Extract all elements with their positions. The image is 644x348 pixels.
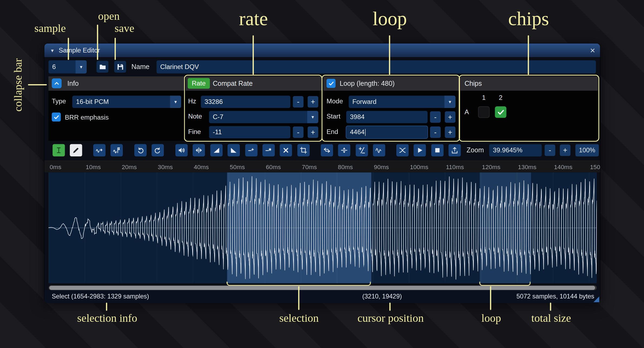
info-title: Info [67,80,79,87]
fine-plus-button[interactable]: + [308,126,318,138]
annotation-open: open [96,10,122,22]
timeline-label: 90ms [374,163,389,170]
annotation-line-selection-info [106,303,107,311]
rate-body: Hz 33286 - + Note C-7 ▼ Fine -11 - + [186,91,322,141]
invert-icon [341,147,348,154]
toolbar-trim-button[interactable] [297,144,310,157]
toolbar-select-tool-button[interactable] [53,144,65,157]
toolbar-invert-button[interactable] [338,144,351,157]
timeline-label: 70ms [302,163,317,170]
toolbar-amplify-button[interactable] [175,144,188,157]
note-label: Note [188,113,202,120]
annotation-collapse-bar: collapse bar [12,42,25,128]
chevron-down-icon: ▼ [76,60,87,74]
annotation-loop: loop [371,7,409,29]
fine-minus-button[interactable]: - [293,126,303,138]
hz-input[interactable]: 33286 [201,96,290,108]
waveform-canvas[interactable] [48,172,597,283]
chips-section: Chips 1 2 A [460,76,598,141]
loop-end-minus-button[interactable]: - [430,126,441,138]
save-button[interactable] [114,61,126,73]
toolbar-undo-button[interactable] [134,144,147,157]
check-icon [53,114,59,120]
annotation-line-open [97,25,98,60]
rate-header: Rate Compat Rate [186,76,322,91]
zoom-out-button[interactable]: - [545,145,555,156]
toolbar-resample-button[interactable] [111,144,123,157]
timeline-label: 60ms [266,163,281,170]
note-dropdown[interactable]: C-7 ▼ [209,111,318,123]
hz-plus-button[interactable]: + [308,96,318,107]
toolbar-sign-invert-button[interactable] [356,144,368,157]
resample-icon [113,147,120,154]
collapse-bar-button[interactable] [52,78,61,88]
selection-bracket [227,282,371,286]
fine-input[interactable]: -11 [209,126,290,139]
toolbar-preview-button[interactable] [414,144,426,157]
toolbar-reverse-button[interactable] [321,144,333,157]
toolbar-resize-button[interactable] [93,144,106,157]
brr-emphasis-checkbox[interactable] [52,113,61,122]
loop-title: Loop (length: 480) [340,80,395,87]
loop-mode-value: Forward [349,98,444,106]
rate-badge[interactable]: Rate [188,78,210,88]
timeline-label: 150ms [590,163,600,170]
toolbar-fade-in-button[interactable] [210,144,223,157]
annotation-loop-bottom: loop [479,312,503,325]
loop-checkbox[interactable] [326,79,335,88]
scrollbar-thumb[interactable] [49,286,595,290]
chip-1-checkbox[interactable] [478,106,489,118]
loop-end-plus-button[interactable]: + [445,126,455,138]
annotation-rate: rate [234,7,272,29]
close-icon[interactable]: × [590,45,595,55]
name-input[interactable]: Clarinet DQV [156,60,596,74]
loop-start-minus-button[interactable]: - [430,111,441,123]
loop-start-plus-button[interactable]: + [445,111,455,123]
zoom-reset-button[interactable]: 100% [576,144,599,157]
stop-preview-icon [434,147,441,154]
horizontal-scrollbar[interactable] [48,285,597,290]
chip-2-checkbox[interactable] [495,106,506,118]
loop-mode-dropdown[interactable]: Forward ▼ [349,96,455,108]
toolbar-crossfade-button[interactable] [396,144,409,157]
toolbar-stop-preview-button[interactable] [431,144,444,157]
annotation-line-loop [389,35,390,75]
hz-minus-button[interactable]: - [293,96,303,107]
toolbar-normalize-button[interactable] [193,144,205,157]
zoom-input[interactable]: 39.9645% [489,144,542,157]
stage: sample open save rate loop chips collaps… [0,0,644,348]
save-icon [116,63,124,70]
name-label: Name [132,63,150,71]
toolbar-redo-button[interactable] [152,144,164,157]
annotation-total-size: total size [527,312,576,325]
toolbar-create-instrument-button[interactable] [449,144,461,157]
redo-icon [154,147,162,154]
fine-label: Fine [188,128,201,135]
toolbar-fade-out-button[interactable] [228,144,240,157]
sample-selector[interactable]: 6 ▼ [48,60,87,74]
titlebar[interactable]: ▼ Sample Editor × [44,44,600,57]
type-dropdown[interactable]: 16-bit PCM ▼ [72,96,181,108]
toolbar-insert-silence-button[interactable] [245,144,257,157]
toolbar-draw-tool-button[interactable] [70,144,83,157]
window-collapse-icon[interactable]: ▼ [50,48,55,53]
header-row: 6 ▼ Name Clarinet DQV [48,60,596,74]
chevron-down-icon: ▼ [170,96,181,108]
loop-start-input[interactable]: 3984 [346,111,427,123]
reverse-icon [323,147,331,154]
waveform-display[interactable] [48,172,597,283]
timeline-label: 100ms [410,163,428,170]
selection-info-text: Select (1654-2983: 1329 samples) [52,293,149,300]
resize-grip[interactable] [593,296,599,302]
annotation-save: save [112,22,137,35]
toolbar-apply-silence-button[interactable] [262,144,275,157]
toolbar-filter-button[interactable] [373,144,385,157]
chip-row-label: A [465,109,469,116]
sample-selector-value: 6 [48,63,76,71]
zoom-in-button[interactable]: + [560,145,570,156]
loop-end-input[interactable]: 4464 [346,126,427,139]
toolbar-delete-button[interactable] [280,144,292,157]
annotation-line-selection [298,286,299,310]
info-body: Type 16-bit PCM ▼ BRR emphasis [48,91,185,141]
open-button[interactable] [97,61,109,73]
